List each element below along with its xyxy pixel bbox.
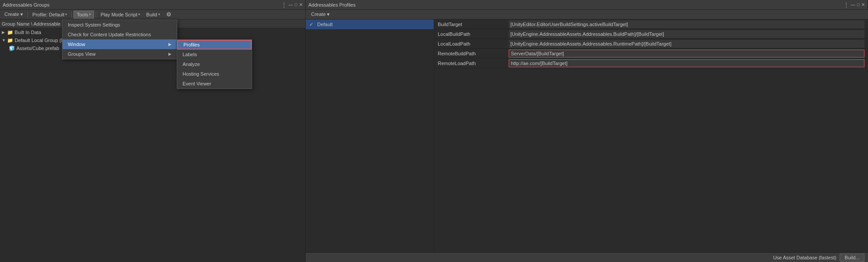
tools-arrow-icon: ▾ (89, 12, 91, 16)
analyze-label: Analyze (183, 62, 200, 67)
dots-icon: ⋮ (281, 2, 287, 8)
toolbar-separator-3 (96, 12, 96, 18)
tree-arrow-builtin: ▶ (2, 30, 7, 35)
labels-label: Labels (183, 52, 197, 57)
localloadpath-key: LocalLoadPath (438, 41, 509, 46)
submenu-item-analyze[interactable]: Analyze (177, 59, 252, 69)
groupsview-label: Groups View (68, 51, 96, 57)
submenu-item-eventviewer[interactable]: Event Viewer (177, 79, 252, 89)
eventviewer-label: Event Viewer (183, 81, 211, 86)
tools-dropdown-menu: Inspect System Settings Check for Conten… (62, 19, 177, 59)
profiles-detail: BuildTarget [UnityEditor.EditorUserBuild… (434, 19, 868, 252)
build-label: Build (146, 12, 157, 17)
create-button[interactable]: Create ▾ (2, 11, 26, 19)
check-icon: ✓ (309, 22, 315, 27)
submenu-item-labels[interactable]: Labels (177, 50, 252, 59)
tools-button[interactable]: Tools ▾ (74, 11, 94, 19)
menu-item-groupsview[interactable]: Groups View ▶ (62, 49, 177, 59)
left-panel-title: Addressables Groups (3, 2, 281, 8)
cube-prefab-label: Assets/Cube.prefab (16, 46, 59, 51)
localbuildpath-key: LocalBuildPath (438, 31, 509, 37)
profile-button[interactable]: Profile: Default ▾ (30, 11, 70, 19)
left-toolbar: Create ▾ Profile: Default ▾ Tools ▾ Play… (0, 10, 305, 19)
panel-controls-right: ⋮ — □ ✕ (844, 2, 865, 8)
default-profile-label: Default (317, 22, 333, 27)
check-label: Check for Content Update Restrictions (68, 32, 151, 37)
minimize-btn-right[interactable]: — (851, 2, 855, 7)
bottom-status-text: Use Asset Database (fastest) (773, 255, 836, 260)
file-icon-cube: 🧊 (9, 45, 15, 51)
groupsview-arrow-icon: ▶ (168, 52, 171, 56)
settings-icon-btn[interactable]: ⚙ (163, 11, 174, 19)
profile-item-default[interactable]: ✓ Default (306, 19, 434, 29)
detail-row-localbuildpath: LocalBuildPath [UnityEngine.AddressableA… (434, 29, 868, 39)
right-panel-title: Addressables Profiles (308, 2, 844, 8)
tools-label: Tools (77, 12, 88, 17)
dots-icon-right: ⋮ (844, 2, 849, 8)
remoteloadpath-key: RemoteLoadPath (438, 61, 509, 66)
window-submenu: Profiles Labels Analyze Hosting Services… (177, 39, 252, 89)
profile-label: Profile: Default (32, 12, 64, 17)
profiles-label: Profiles (183, 42, 200, 47)
toolbar-separator-2 (71, 12, 72, 18)
detail-row-buildtarget: BuildTarget [UnityEditor.EditorUserBuild… (434, 19, 868, 29)
close-btn-right[interactable]: ✕ (861, 2, 865, 7)
panel-controls-left: ⋮ — □ ✕ (281, 2, 303, 8)
buildtarget-key: BuildTarget (438, 22, 509, 27)
toolbar-separator-1 (27, 12, 28, 18)
window-label: Window (68, 42, 85, 47)
inspect-label: Inspect System Settings (68, 22, 120, 27)
right-panel: Create ▾ ✓ Default BuildTarget [UnityEdi… (306, 10, 868, 262)
create-profiles-button[interactable]: Create ▾ (308, 11, 332, 19)
right-toolbar: Create ▾ (306, 10, 868, 19)
menu-item-window[interactable]: Window ▶ Profiles Labels Analyze Hosting… (62, 39, 177, 49)
buildtarget-value[interactable]: [UnityEditor.EditorUserBuildSettings.act… (509, 20, 864, 28)
remotebuildpath-key: RemoteBuildPath (438, 51, 509, 56)
profiles-list: ✓ Default (306, 19, 434, 252)
playmodeScript-arrow-icon: ▾ (138, 12, 140, 16)
bottom-bar: Use Asset Database (fastest) Build... (306, 252, 868, 262)
build-button[interactable]: Build ▾ (144, 11, 162, 19)
remoteloadpath-value[interactable]: http://ae.com/[BuildTarget] (509, 59, 864, 67)
localloadpath-value[interactable]: [UnityEngine.AddressableAssets.Addressab… (509, 40, 864, 48)
left-panel: Create ▾ Profile: Default ▾ Tools ▾ Play… (0, 10, 306, 262)
localbuildpath-value[interactable]: [UnityEngine.AddressableAssets.Addressab… (509, 30, 864, 38)
build-action-button[interactable]: Build... (840, 254, 864, 262)
maximize-btn[interactable]: □ (295, 2, 297, 7)
hosting-label: Hosting Services (183, 71, 219, 77)
maximize-btn-right[interactable]: □ (857, 2, 860, 7)
build-arrow-icon: ▾ (158, 12, 160, 16)
detail-row-remotebuildpath: RemoteBuildPath ServerData/[BuildTarget] (434, 49, 868, 58)
submenu-arrow-icon: ▶ (168, 42, 171, 46)
detail-row-remoteloadpath: RemoteLoadPath http://ae.com/[BuildTarge… (434, 58, 868, 68)
close-btn-left[interactable]: ✕ (299, 2, 303, 7)
detail-row-localloadpath: LocalLoadPath [UnityEngine.AddressableAs… (434, 39, 868, 49)
submenu-item-hosting[interactable]: Hosting Services (177, 69, 252, 79)
profile-arrow-icon: ▾ (65, 12, 67, 16)
folder-icon-builtin: 📁 (7, 29, 13, 35)
playmodeScript-label: Play Mode Script (101, 12, 137, 17)
menu-item-check[interactable]: Check for Content Update Restrictions (62, 30, 177, 39)
builtin-label: Built In Data (15, 30, 41, 35)
remotebuildpath-value[interactable]: ServerData/[BuildTarget] (509, 50, 864, 58)
tree-arrow-default: ▼ (2, 38, 7, 42)
minimize-btn[interactable]: — (288, 2, 293, 7)
profiles-layout: ✓ Default BuildTarget [UnityEditor.Edito… (306, 19, 868, 252)
folder-icon-default: 📁 (7, 37, 13, 43)
submenu-item-profiles[interactable]: Profiles (177, 40, 252, 50)
menu-item-inspect[interactable]: Inspect System Settings (62, 20, 177, 30)
playmodeScript-button[interactable]: Play Mode Script ▾ (98, 11, 143, 19)
